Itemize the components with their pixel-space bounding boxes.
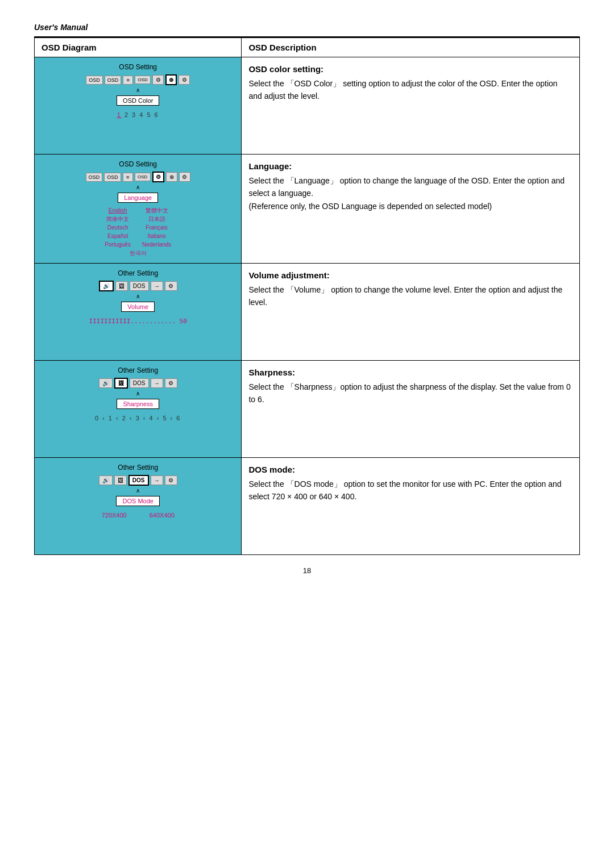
osd-table: OSD Diagram OSD Description OSD SettingO… [34, 37, 580, 555]
setting-label-osd-color: OSD Setting [119, 63, 157, 71]
caret-osd-color: ∧ [136, 87, 140, 93]
settings-icon-dos-mode: ⚙ [165, 475, 177, 485]
osd-icon-2: ≡ [123, 76, 133, 85]
osd-icon-2: ≡ [123, 173, 133, 182]
setting-label-language: OSD Setting [119, 160, 157, 168]
box-label-dos-mode: DOS Mode [116, 496, 159, 506]
diagram-bg-osd-color: OSD SettingOSDOSD≡OSD⚙⊕⚙∧OSD Color1 2 3 … [35, 57, 241, 154]
setting-label-volume: Other Setting [118, 269, 158, 277]
setting-label-sharpness: Other Setting [118, 366, 158, 374]
caret-language: ∧ [136, 185, 140, 190]
osd-icon-1: OSD [104, 173, 121, 182]
dos-options: 720X400640X400 [102, 512, 175, 519]
osd-icon-1: OSD [105, 76, 122, 85]
caret-volume: ∧ [136, 294, 140, 299]
arrow-icon-dos-mode: → [151, 475, 163, 485]
desc-body-language: Select the 「Language」 option to change t… [248, 174, 572, 212]
icon-row-sharpness: 🔊🖼DOS→⚙ [99, 378, 177, 389]
icon-row-volume: 🔊🖼DOS→⚙ [99, 281, 177, 291]
icon-row-dos-mode: 🔊🖼DOS→⚙ [99, 475, 177, 486]
desc-title-sharpness: Sharpness: [248, 368, 572, 377]
extra-sharpness: 0 ‹ 1 ‹ 2 ‹ 3 ‹ 4 ‹ 5 ‹ 6 [95, 415, 181, 422]
diagram-cell-osd-color: OSD SettingOSDOSD≡OSD⚙⊕⚙∧OSD Color1 2 3 … [35, 57, 242, 155]
desc-cell-language: Language:Select the 「Language」 option to… [242, 155, 580, 264]
caret-dos-mode: ∧ [136, 488, 140, 494]
volume-icon-sharpness: 🔊 [99, 378, 113, 388]
osd-icon-4: ⚙ [152, 172, 164, 182]
picture-icon-dos-mode: 🖼 [114, 475, 127, 485]
diagram-bg-volume: Other Setting🔊🖼DOS→⚙∧VolumeIIIIIIIIIII..… [35, 264, 241, 360]
osd-icon-0: OSD [86, 173, 103, 182]
osd-icon-4: ⚙ [152, 75, 164, 85]
osd-icon-0: OSD [86, 76, 103, 85]
osd-icon-3: OSD [135, 173, 151, 181]
arrow-icon-volume: → [151, 281, 163, 291]
dos-icon-dos-mode: DOS [128, 475, 149, 486]
arrow-icon-sharpness: → [151, 378, 163, 388]
table-row-volume: Other Setting🔊🖼DOS→⚙∧VolumeIIIIIIIIIII..… [35, 264, 580, 361]
language-list: English简体中文DeutschEspañolPortuguês 繁體中文日… [105, 206, 171, 257]
header-diagram: OSD Diagram [35, 38, 242, 57]
desc-title-osd-color: OSD color setting: [248, 64, 572, 74]
desc-cell-dos-mode: DOS mode:Select the 「DOS mode」 option to… [242, 458, 580, 555]
osd-icon-6: ⚙ [179, 75, 190, 85]
table-row-language: OSD SettingOSDOSD≡OSD⚙⊕⚙∧Language Englis… [35, 155, 580, 264]
dos-icon-sharpness: DOS [130, 378, 149, 388]
users-manual-label: User's Manual [34, 23, 580, 32]
diagram-cell-language: OSD SettingOSDOSD≡OSD⚙⊕⚙∧Language Englis… [35, 155, 242, 264]
desc-title-dos-mode: DOS mode: [248, 465, 572, 474]
diagram-cell-dos-mode: Other Setting🔊🖼DOS→⚙∧DOS Mode720X400640X… [35, 458, 242, 555]
setting-label-dos-mode: Other Setting [118, 464, 158, 471]
osd-icon-6: ⚙ [179, 172, 190, 182]
page-number: 18 [34, 566, 580, 575]
extra-osd-color: 1 2 3 4 5 6 [117, 111, 159, 118]
picture-icon-volume: 🖼 [115, 281, 128, 291]
desc-title-language: Language: [248, 161, 572, 171]
box-label-language: Language [118, 193, 158, 203]
icon-row-language: OSDOSD≡OSD⚙⊕⚙ [86, 172, 190, 182]
caret-sharpness: ∧ [136, 391, 140, 397]
dos-icon-volume: DOS [130, 281, 149, 291]
header-desc: OSD Description [242, 38, 580, 57]
desc-cell-sharpness: Sharpness:Select the 「Sharpness」option t… [242, 361, 580, 458]
table-row-dos-mode: Other Setting🔊🖼DOS→⚙∧DOS Mode720X400640X… [35, 458, 580, 555]
desc-cell-volume: Volume adjustment:Select the 「Volume」 op… [242, 264, 580, 361]
desc-cell-osd-color: OSD color setting:Select the 「OSD Color」… [242, 57, 580, 155]
desc-body-volume: Select the 「Volume」 option to change the… [248, 283, 572, 309]
volume-icon-dos-mode: 🔊 [99, 475, 113, 485]
diagram-bg-dos-mode: Other Setting🔊🖼DOS→⚙∧DOS Mode720X400640X… [35, 458, 241, 554]
box-label-volume: Volume [121, 302, 155, 312]
picture-icon-sharpness: 🖼 [114, 378, 128, 389]
desc-body-dos-mode: Select the 「DOS mode」 option to set the … [248, 478, 572, 503]
volume-icon-volume: 🔊 [99, 281, 114, 291]
box-label-osd-color: OSD Color [117, 95, 159, 106]
table-row-osd-color: OSD SettingOSDOSD≡OSD⚙⊕⚙∧OSD Color1 2 3 … [35, 57, 580, 155]
osd-icon-5: ⊕ [166, 172, 177, 182]
osd-icon-5: ⊕ [165, 74, 177, 85]
desc-body-osd-color: Select the 「OSD Color」 setting option to… [248, 77, 572, 103]
table-row-sharpness: Other Setting🔊🖼DOS→⚙∧Sharpness0 ‹ 1 ‹ 2 … [35, 361, 580, 458]
desc-title-volume: Volume adjustment: [248, 270, 572, 280]
volume-bar: IIIIIIIIIII............ 50 [89, 318, 187, 325]
diagram-cell-sharpness: Other Setting🔊🖼DOS→⚙∧Sharpness0 ‹ 1 ‹ 2 … [35, 361, 242, 458]
osd-icon-3: OSD [135, 76, 151, 84]
settings-icon-sharpness: ⚙ [165, 378, 177, 388]
diagram-bg-sharpness: Other Setting🔊🖼DOS→⚙∧Sharpness0 ‹ 1 ‹ 2 … [35, 361, 241, 457]
diagram-bg-language: OSD SettingOSDOSD≡OSD⚙⊕⚙∧Language Englis… [35, 155, 241, 263]
box-label-sharpness: Sharpness [117, 399, 159, 409]
diagram-cell-volume: Other Setting🔊🖼DOS→⚙∧VolumeIIIIIIIIIII..… [35, 264, 242, 361]
icon-row-osd-color: OSDOSD≡OSD⚙⊕⚙ [86, 74, 190, 85]
desc-body-sharpness: Select the 「Sharpness」option to adjust t… [248, 381, 572, 406]
settings-icon-volume: ⚙ [165, 281, 177, 291]
